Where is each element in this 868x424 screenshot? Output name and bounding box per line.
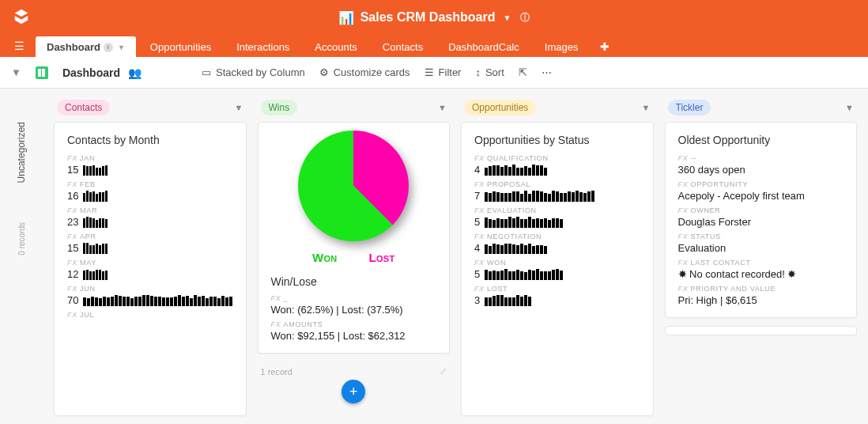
field-label: fxJAN (67, 154, 233, 162)
field-label: fxJUL (67, 311, 233, 319)
pie-graphic (298, 131, 409, 241)
tab-contacts[interactable]: Contacts (372, 36, 434, 57)
filter-label: Filter (439, 66, 462, 78)
tab-dashboardcalc[interactable]: DashboardCalc (437, 36, 530, 57)
field-value: 5 (474, 216, 640, 228)
column-tickler: Tickler ▼ Oldest Opportunity fx--360 day… (665, 100, 858, 424)
filter-icon: ☰ (425, 66, 434, 78)
column-chip[interactable]: Contacts (57, 100, 110, 115)
field-value: 16 (67, 190, 233, 202)
people-icon[interactable]: 👥 (128, 66, 142, 79)
field-label: fxMAR (67, 206, 233, 214)
field-label: fxEVALUATION (474, 206, 640, 214)
field-label: fxSTATUS (678, 233, 844, 240)
field-value: 3 (474, 294, 640, 306)
column-header: Contacts ▼ (54, 100, 247, 115)
app-logo[interactable] (13, 8, 32, 27)
field-label: fxAPR (67, 233, 233, 240)
chevron-down-icon: ▼ (118, 44, 125, 51)
card-oldest-opportunity[interactable]: Oldest Opportunity fx--360 days openfxOP… (665, 122, 858, 318)
field-value: 5 (474, 268, 640, 280)
field-label: fx-- (678, 154, 844, 162)
card-title: Win/Lose (271, 275, 437, 288)
share-icon[interactable]: ⇱ (519, 66, 527, 78)
field-value: ✸ No contact recorded! ✸ (678, 268, 844, 280)
field-value: 23 (67, 216, 233, 228)
view-toolbar: ▼ Dashboard 👥 ▭ Stacked by Column ⚙ Cust… (0, 57, 868, 89)
kanban-icon (36, 66, 48, 79)
field-value: 70 (67, 294, 233, 306)
add-tab-button[interactable]: ✚ (592, 40, 617, 57)
workspace-title[interactable]: 📊 Sales CRM Dashboard ▼ ⓘ (338, 10, 530, 25)
menu-icon[interactable]: ☰ (6, 40, 32, 57)
field-label: fxLAST CONTACT (678, 259, 844, 267)
field-label: fxOWNER (678, 206, 844, 214)
field-value: Pri: High | $6,615 (678, 294, 844, 306)
field-value: Douglas Forster (678, 216, 844, 228)
column-chip[interactable]: Opportunities (464, 100, 536, 115)
field-label: fxQUALIFICATION (474, 154, 640, 162)
field-value: 15 (67, 242, 233, 254)
column-chip[interactable]: Tickler (668, 100, 711, 115)
tab-interactions[interactable]: Interactions (225, 36, 300, 57)
block-title: Dashboard (62, 66, 120, 79)
dashboard-icon: 📊 (338, 10, 354, 25)
tab-accounts[interactable]: Accounts (304, 36, 368, 57)
field-label: fxNEGOTIATION (474, 233, 640, 240)
stack-icon: ▭ (202, 66, 211, 78)
column-footer: 1 record ⤢ (258, 362, 451, 377)
sort-label: Sort (485, 66, 504, 78)
overflow-icon[interactable]: ⋯ (542, 66, 552, 78)
field-label: fxOPPORTUNITY (678, 180, 844, 188)
stacked-by-button[interactable]: ▭ Stacked by Column (202, 66, 305, 78)
field-label: fxAMOUNTS (271, 320, 437, 328)
card-contacts-by-month[interactable]: Contacts by Month fxJAN15fxFEB16fxMAR23f… (54, 122, 247, 416)
add-record-button[interactable]: + (342, 380, 365, 403)
pie-legend: Won Lost (312, 251, 395, 264)
column-contacts: Contacts ▼ Contacts by Month fxJAN15fxFE… (54, 100, 247, 424)
sort-icon: ↕ (475, 66, 481, 78)
info-icon: i (104, 43, 113, 52)
customize-cards-button[interactable]: ⚙ Customize cards (319, 66, 410, 78)
field-value: Evaluation (678, 242, 844, 254)
filter-button[interactable]: ☰ Filter (425, 66, 462, 78)
tab-images[interactable]: Images (534, 36, 590, 57)
field-label: fxMAY (67, 259, 233, 267)
info-icon[interactable]: ⓘ (520, 11, 530, 25)
record-count: 1 record (261, 367, 292, 377)
field-value: 12 (67, 268, 233, 280)
kanban-columns: Contacts ▼ Contacts by Month fxJAN15fxFE… (43, 89, 868, 424)
chevron-down-icon[interactable]: ▼ (642, 103, 651, 112)
field-value: 7 (474, 190, 640, 202)
column-header: Wins ▼ (258, 100, 451, 115)
rail-records-count: 0 records (17, 222, 26, 256)
column-wins: Wins ▼ Won Lost Win/Lose fx_ Won: (62.5%… (258, 100, 451, 424)
tab-opportunities[interactable]: Opportunities (139, 36, 222, 57)
column-opportunities: Opportunities ▼ Opportunities by Status … (461, 100, 654, 424)
card-title: Contacts by Month (67, 134, 233, 146)
chevron-down-icon: ▼ (503, 13, 511, 22)
sort-button[interactable]: ↕ Sort (475, 66, 504, 78)
column-header: Opportunities ▼ (461, 100, 654, 115)
tab-bar: ☰ Dashboard i ▼ Opportunities Interactio… (0, 35, 868, 57)
workspace-title-text: Sales CRM Dashboard (360, 10, 496, 25)
field-label: fxPROPOSAL (474, 180, 640, 188)
workspace: Uncategorized 0 records Contacts ▼ Conta… (0, 89, 868, 424)
expand-icon[interactable]: ⤢ (440, 366, 447, 377)
chevron-down-icon[interactable]: ▼ (11, 66, 21, 78)
chevron-down-icon[interactable]: ▼ (845, 103, 854, 112)
rail-group-label[interactable]: Uncategorized (16, 122, 27, 183)
field-label: fxPRIORITY AND VALUE (678, 285, 844, 293)
card-opportunities-by-status[interactable]: Opportunities by Status fxQUALIFICATION4… (461, 122, 654, 416)
card-placeholder[interactable] (665, 326, 858, 335)
win-lose-summary: Won: (62.5%) | Lost: (37.5%) (271, 304, 437, 316)
tab-dashboard[interactable]: Dashboard i ▼ (36, 36, 136, 57)
column-chip[interactable]: Wins (261, 100, 298, 115)
field-value: 4 (474, 242, 640, 254)
card-title: Opportunities by Status (474, 134, 640, 146)
legend-won: Won (312, 251, 338, 264)
chevron-down-icon[interactable]: ▼ (235, 103, 243, 112)
field-label: fxWON (474, 259, 640, 267)
card-win-lose[interactable]: Won Lost Win/Lose fx_ Won: (62.5%) | Los… (258, 122, 451, 354)
chevron-down-icon[interactable]: ▼ (438, 103, 447, 112)
